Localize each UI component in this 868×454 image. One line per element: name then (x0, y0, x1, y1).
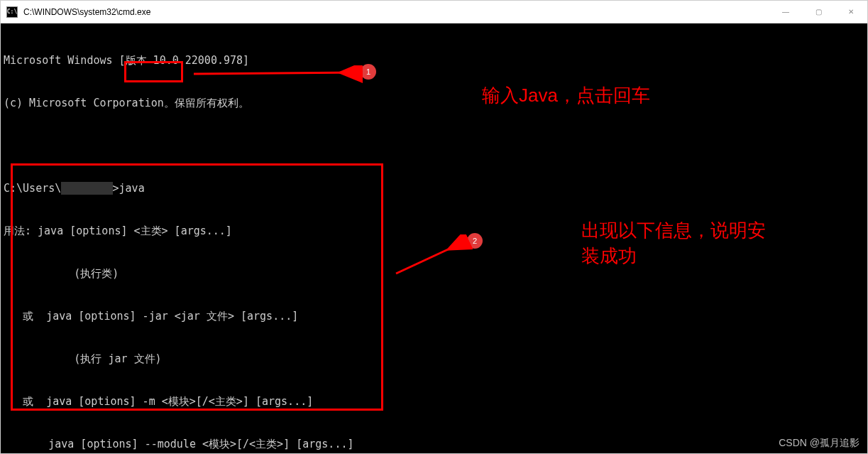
terminal-output: (执行 jar 文件) (4, 352, 864, 366)
annotation-text-2: 出现以下信息，说明安 装成功 (581, 217, 766, 269)
terminal-output: 或 java [options] -jar <jar 文件> [args...] (4, 309, 864, 323)
annotation-badge-1: 1 (361, 64, 376, 80)
annotation-text-1: 输入Java，点击回车 (482, 82, 650, 108)
maximize-button[interactable]: ▢ (802, 1, 835, 23)
terminal-prompt-line: C:\Users\ >java (4, 181, 864, 195)
watermark: CSDN @孤月追影 (779, 437, 859, 450)
terminal-blank (4, 139, 864, 153)
minimize-button[interactable]: — (769, 1, 802, 23)
prompt-suffix: > (113, 182, 119, 195)
window-controls: — ▢ ✕ (769, 1, 867, 23)
titlebar[interactable]: C:\ C:\WINDOWS\system32\cmd.exe — ▢ ✕ (1, 1, 867, 23)
window-title: C:\WINDOWS\system32\cmd.exe (23, 7, 769, 17)
terminal-output: java [options] --module <模块>[/<主类>] [arg… (4, 437, 864, 451)
terminal-header: Microsoft Windows [版本 10.0.22000.978] (4, 53, 864, 67)
prompt-prefix: C:\Users\ (4, 182, 61, 195)
annotation-badge-2: 2 (467, 233, 483, 249)
redacted-username (61, 182, 112, 195)
typed-command: java (119, 182, 145, 195)
terminal-output: 或 java [options] -m <模块>[/<主类>] [args...… (4, 394, 864, 409)
app-icon: C:\ (6, 6, 18, 18)
terminal-copyright: (c) Microsoft Corporation。保留所有权利。 (4, 96, 864, 110)
close-button[interactable]: ✕ (835, 1, 867, 23)
